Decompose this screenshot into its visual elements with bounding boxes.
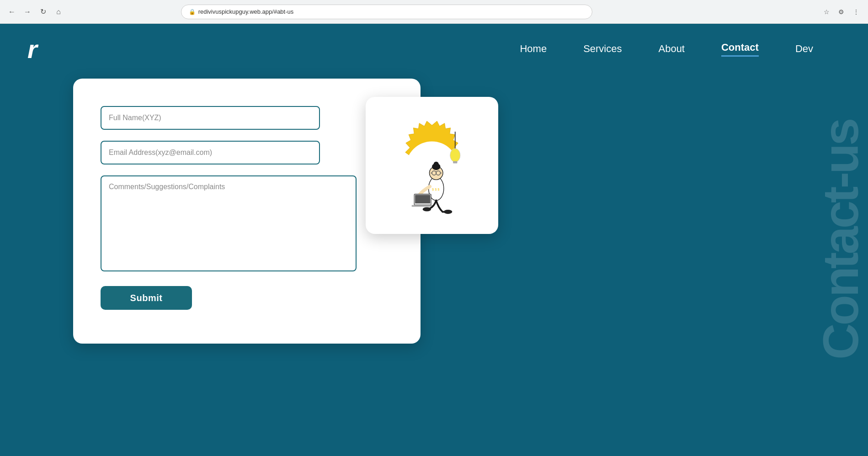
forward-button[interactable]: → xyxy=(21,5,34,18)
svg-point-8 xyxy=(434,162,439,167)
gear-illustration: $ $ $ xyxy=(377,106,487,225)
nav-about[interactable]: About xyxy=(658,43,685,55)
extensions-button[interactable]: ⚙ xyxy=(835,5,848,18)
app-container: Contact-us r Home Services About Contact… xyxy=(0,24,868,456)
address-bar[interactable]: 🔒 redivivuspickupguy.web.app/#abt-us xyxy=(181,5,592,19)
email-input[interactable] xyxy=(101,141,320,164)
menu-button[interactable]: ⋮ xyxy=(850,5,863,18)
url-text: redivivuspickupguy.web.app/#abt-us xyxy=(198,8,294,15)
svg-point-17 xyxy=(444,210,452,214)
navbar: r Home Services About Contact Dev xyxy=(0,24,868,74)
illustration-card: $ $ $ xyxy=(366,97,498,234)
svg-rect-16 xyxy=(412,205,434,207)
svg-point-18 xyxy=(423,207,431,211)
name-input[interactable] xyxy=(101,106,320,130)
nav-links: Home Services About Contact Dev xyxy=(520,42,813,57)
main-content: Submit $ $ $ xyxy=(0,79,868,344)
nav-home[interactable]: Home xyxy=(520,43,547,55)
svg-text:$ $ $: $ $ $ xyxy=(432,187,439,191)
browser-chrome: ← → ↻ ⌂ 🔒 redivivuspickupguy.web.app/#ab… xyxy=(0,0,868,24)
back-button[interactable]: ← xyxy=(5,5,18,18)
submit-button[interactable]: Submit xyxy=(101,286,192,310)
message-textarea[interactable] xyxy=(101,175,357,271)
nav-buttons: ← → ↻ ⌂ xyxy=(5,5,65,18)
browser-actions: ☆ ⚙ ⋮ xyxy=(820,5,863,18)
logo[interactable]: r xyxy=(27,34,37,64)
refresh-button[interactable]: ↻ xyxy=(37,5,49,18)
svg-rect-15 xyxy=(415,195,430,203)
nav-services[interactable]: Services xyxy=(583,43,622,55)
home-button[interactable]: ⌂ xyxy=(52,5,65,18)
svg-rect-3 xyxy=(453,161,457,164)
nav-contact[interactable]: Contact xyxy=(721,42,759,57)
bookmark-button[interactable]: ☆ xyxy=(820,5,833,18)
nav-dev[interactable]: Dev xyxy=(795,43,813,55)
lock-icon: 🔒 xyxy=(189,9,196,15)
svg-point-2 xyxy=(450,148,460,162)
